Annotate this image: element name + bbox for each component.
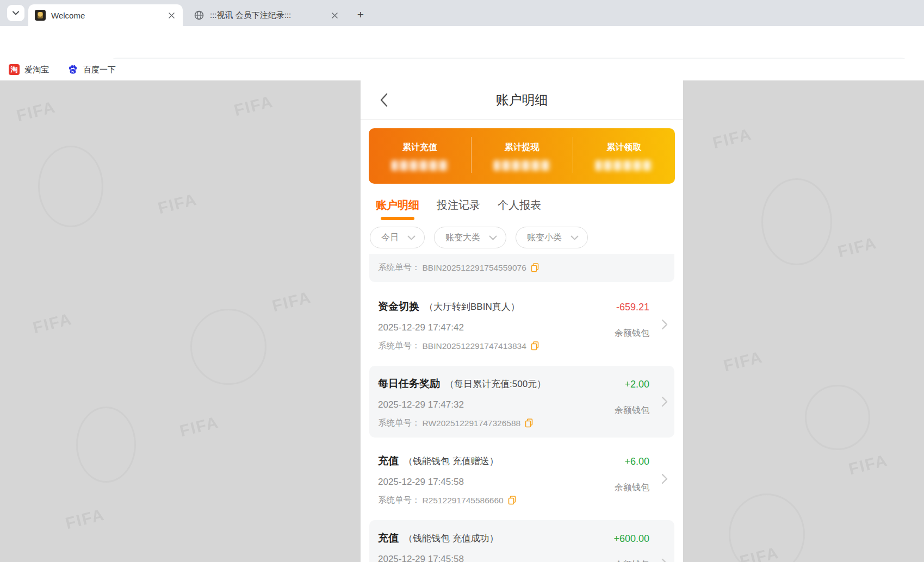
txn-wallet: 余额钱包 — [615, 559, 649, 562]
chevron-right-icon[interactable] — [661, 319, 668, 330]
system-order-number: 系统单号： BBIN202512291754559076 — [378, 262, 666, 273]
system-order-number: 系统单号： R2512291745586660 — [378, 495, 666, 506]
txn-subtitle: （大厅转到BBIN真人） — [424, 301, 520, 313]
bookmarks-bar: 淘 爱淘宝 百度一下 — [0, 59, 924, 80]
chevron-down-icon — [570, 235, 579, 240]
trophy-doodle — [190, 309, 266, 385]
back-chevron-icon[interactable] — [376, 92, 391, 108]
bookmark-label: 爱淘宝 — [24, 65, 49, 75]
transaction-row[interactable]: 资金切换 （大厅转到BBIN真人） 2025-12-29 17:47:42 系统… — [369, 289, 674, 360]
transaction-row[interactable]: 充值 （钱能钱包 充值赠送） 2025-12-29 17:45:58 系统单号：… — [369, 443, 674, 515]
tab-title: Welcome — [51, 11, 162, 20]
report-tabs: 账户明细 投注记录 个人报表 — [361, 184, 683, 220]
filter-major-category-dropdown[interactable]: 账变大类 — [434, 227, 506, 248]
trophy-doodle — [761, 178, 832, 265]
masked-value — [596, 160, 652, 171]
masked-value — [494, 160, 550, 171]
chevron-down-icon — [489, 235, 497, 240]
transaction-row[interactable]: 充值 （钱能钱包 充值成功） 2025-12-29 17:45:58 +600.… — [369, 520, 674, 562]
trophy-doodle — [38, 146, 103, 227]
fifa-watermark: FIFA — [711, 125, 754, 153]
summary-total-withdraw: 累计提现 — [471, 128, 573, 184]
txn-amount: +2.00 — [624, 379, 649, 390]
txn-subtitle: （每日累计充值:500元） — [445, 378, 546, 390]
chevron-right-icon[interactable] — [661, 396, 668, 407]
fifa-watermark: FIFA — [64, 505, 107, 533]
txn-amount: +6.00 — [624, 456, 649, 467]
transaction-row-partial[interactable]: 系统单号： BBIN202512291754559076 — [369, 254, 674, 282]
tab-strip: Welcome :::视讯 会员下注纪录::: + — [0, 0, 924, 26]
page-background: FIFA FIFA FIFA FIFA FIFA FIFA FIFA FIFA … — [0, 80, 924, 562]
taobao-icon: 淘 — [9, 64, 20, 75]
chevron-down-icon — [407, 235, 416, 240]
transaction-list[interactable]: 系统单号： BBIN202512291754559076 资金切换 （大厅转到B… — [361, 254, 683, 562]
fifa-watermark: FIFA — [15, 98, 58, 126]
summary-total-claimed: 累计领取 — [573, 128, 675, 184]
txn-title: 充值 — [378, 454, 399, 468]
filter-bar: 今日 账变大类 账变小类 — [361, 220, 683, 254]
bookmark-baidu[interactable]: 百度一下 — [67, 64, 116, 75]
site-favicon — [35, 10, 46, 21]
copy-icon[interactable] — [531, 263, 539, 272]
masked-value — [392, 160, 448, 171]
system-order-number: 系统单号： BBIN202512291747413834 — [378, 340, 666, 352]
page-title: 账户明细 — [496, 91, 548, 109]
copy-icon[interactable] — [525, 419, 533, 428]
close-icon[interactable] — [330, 10, 339, 20]
globe-icon — [194, 10, 204, 21]
tab-personal-report[interactable]: 个人报表 — [498, 198, 541, 220]
txn-amount: -659.21 — [616, 302, 649, 313]
txn-title: 充值 — [378, 531, 399, 545]
fifa-watermark: FIFA — [232, 92, 275, 120]
system-order-number: 系统单号： RW202512291747326588 — [378, 417, 666, 429]
browser-toolbar: ld48.com/reports/index?tab=0 — [0, 26, 924, 59]
trophy-doodle — [729, 494, 805, 562]
chevron-right-icon[interactable] — [661, 558, 668, 562]
trophy-doodle — [76, 407, 136, 483]
fifa-watermark: FIFA — [836, 234, 879, 261]
fifa-watermark: FIFA — [31, 310, 74, 338]
tab-bet-records[interactable]: 投注记录 — [437, 198, 480, 220]
txn-wallet: 余额钱包 — [615, 328, 649, 339]
copy-icon[interactable] — [508, 496, 516, 505]
bookmark-label: 百度一下 — [83, 65, 116, 75]
account-detail-panel: 账户明细 累计充值 累计提现 累计领取 账户明细 投注记录 个人报表 今日 — [361, 80, 683, 562]
txn-amount: +600.00 — [613, 533, 649, 545]
txn-wallet: 余额钱包 — [615, 405, 649, 416]
copy-icon[interactable] — [531, 341, 539, 351]
close-icon[interactable] — [166, 10, 176, 20]
txn-subtitle: （钱能钱包 充值成功） — [404, 532, 499, 545]
transaction-row[interactable]: 每日任务奖励 （每日累计充值:500元） 2025-12-29 17:47:32… — [369, 366, 674, 438]
panel-header: 账户明细 — [361, 80, 683, 120]
tab-title: :::视讯 会员下注纪录::: — [210, 10, 325, 21]
tab-welcome[interactable]: Welcome — [28, 4, 183, 26]
fifa-watermark: FIFA — [270, 288, 313, 316]
tab-account-detail[interactable]: 账户明细 — [376, 198, 419, 220]
txn-subtitle: （钱能钱包 充值赠送） — [404, 455, 499, 467]
summary-total-deposit: 累计充值 — [369, 128, 471, 184]
txn-title: 每日任务奖励 — [378, 377, 440, 391]
fifa-watermark: FIFA — [156, 190, 199, 218]
txn-title: 资金切换 — [378, 299, 419, 314]
fifa-watermark: FIFA — [847, 451, 890, 479]
fifa-watermark: FIFA — [722, 348, 765, 376]
baidu-icon — [67, 64, 78, 75]
fifa-watermark: FIFA — [178, 413, 221, 441]
bookmark-taobao[interactable]: 淘 爱淘宝 — [9, 64, 49, 75]
tab-search-button[interactable] — [7, 5, 24, 21]
filter-date-dropdown[interactable]: 今日 — [370, 227, 425, 248]
tab-betting-records[interactable]: :::视讯 会员下注纪录::: — [187, 4, 346, 26]
summary-card: 累计充值 累计提现 累计领取 — [369, 128, 675, 184]
txn-wallet: 余额钱包 — [615, 482, 649, 494]
new-tab-button[interactable]: + — [352, 7, 369, 23]
chevron-right-icon[interactable] — [661, 473, 668, 484]
filter-minor-category-dropdown[interactable]: 账变小类 — [516, 227, 588, 248]
trophy-doodle — [805, 385, 870, 450]
